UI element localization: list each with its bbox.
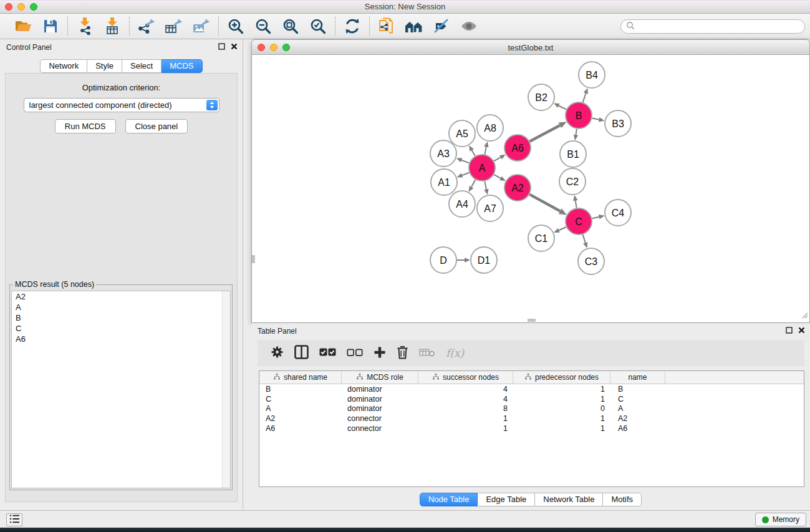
close-panel-button[interactable]: Close panel (125, 119, 188, 133)
toolbar-import-table-button[interactable] (102, 16, 123, 36)
column-header-successor-nodes[interactable]: successor nodes (418, 371, 513, 384)
edge-A-A3[interactable] (461, 160, 469, 163)
table-cell: A6 (610, 424, 665, 433)
node-label: B (576, 110, 582, 121)
toolbar-network-from-selection-button[interactable] (376, 16, 397, 36)
node-label: B1 (567, 149, 579, 160)
select-all-icon (319, 347, 336, 359)
float-table-panel-button[interactable] (786, 327, 793, 334)
edge-B-B4[interactable] (583, 93, 586, 102)
deselect-all-button[interactable] (347, 348, 363, 359)
table-row[interactable]: A6connector11A6 (259, 423, 804, 433)
toolbar-zoom-out-button[interactable] (253, 16, 274, 36)
tab-node-table[interactable]: Node Table (420, 493, 478, 506)
add-column-button[interactable] (374, 346, 386, 360)
vertical-scrollbar-thumb[interactable] (252, 255, 255, 263)
edge-B-B1[interactable] (576, 129, 576, 135)
edge-A-A2[interactable] (494, 175, 501, 178)
table-row[interactable]: Cdominator41C (259, 394, 804, 404)
tab-mcds[interactable]: MCDS (162, 59, 202, 73)
close-panel-icon-button[interactable] (231, 43, 238, 50)
node-label: C4 (612, 208, 625, 218)
table-row[interactable]: Adominator80A (259, 404, 804, 414)
mcds-result-title: MCDS result (5 nodes) (13, 280, 96, 289)
edge-B-B3[interactable] (592, 118, 599, 119)
split-view-button[interactable] (294, 345, 309, 361)
tab-motifs[interactable]: Motifs (603, 493, 642, 506)
zoom-out-icon (255, 18, 272, 35)
result-item[interactable]: C (12, 323, 230, 334)
table-cell: A2 (610, 414, 665, 423)
dropdown-value: largest connected component (directed) (29, 100, 172, 110)
tab-select[interactable]: Select (122, 59, 162, 73)
toolbar-hide-labels-button[interactable] (431, 16, 452, 36)
edge-C-C2[interactable] (576, 201, 577, 208)
settings-button[interactable] (271, 346, 284, 360)
edge-A-A5[interactable] (472, 150, 475, 156)
task-history-button[interactable] (6, 513, 22, 526)
resize-grip-icon[interactable] (801, 310, 808, 321)
node-label: A4 (456, 199, 468, 210)
delete-table-button[interactable] (419, 347, 435, 359)
node-label: C1 (535, 233, 548, 244)
toolbar-save-session-button[interactable] (40, 16, 61, 36)
show-details-icon (460, 19, 478, 33)
table-row[interactable]: Bdominator41B (259, 384, 804, 394)
run-mcds-button[interactable]: Run MCDS (55, 119, 116, 133)
toolbar-zoom-selected-button[interactable] (307, 16, 329, 36)
edge-A6-B[interactable] (529, 125, 560, 142)
network-window-titlebar: testGlobe.txt (251, 39, 810, 55)
edge-B-B2[interactable] (559, 105, 566, 109)
tab-style[interactable]: Style (87, 59, 122, 73)
result-item[interactable]: A2 (12, 291, 230, 302)
column-header-shared-name[interactable]: shared name (259, 371, 342, 384)
control-panel-title: Control Panel (6, 43, 52, 52)
search-input[interactable] (620, 19, 805, 34)
select-all-button[interactable] (319, 347, 336, 359)
toolbar-show-details-button[interactable] (458, 16, 480, 36)
toolbar-zoom-fit-button[interactable] (280, 16, 301, 36)
edge-A-A8[interactable] (485, 147, 486, 154)
edge-A-A1[interactable] (462, 173, 469, 175)
edge-arrow-icon (456, 158, 463, 162)
edge-A2-C[interactable] (529, 195, 560, 211)
function-builder-button[interactable]: f(x) (446, 347, 464, 359)
edge-C-C3[interactable] (583, 235, 586, 243)
column-header-predecessor-nodes[interactable]: predecessor nodes (513, 371, 610, 384)
result-item[interactable]: A (12, 302, 230, 312)
toolbar-zoom-in-button[interactable] (225, 16, 246, 36)
edge-A-A4[interactable] (471, 180, 475, 187)
zoom-in-icon (228, 18, 244, 35)
network-canvas[interactable]: AA1A2A3A4A5A6A7A8BB1B2B3B4CC1C2C3C4DD1 (251, 55, 810, 323)
edge-A-A6[interactable] (494, 157, 501, 161)
result-list-scrollbar[interactable] (222, 291, 230, 488)
toolbar-export-table-button[interactable] (163, 16, 185, 36)
edge-C-C4[interactable] (592, 217, 599, 219)
toolbar-open-session-button[interactable] (12, 16, 34, 36)
memory-button[interactable]: Memory (755, 513, 806, 526)
result-item[interactable]: A6 (12, 334, 230, 344)
network-window-title: testGlobe.txt (252, 43, 809, 52)
column-header-MCDS-role[interactable]: MCDS role (342, 371, 418, 384)
table-row[interactable]: A2connector11A2 (259, 414, 804, 423)
close-table-panel-button[interactable] (798, 327, 805, 334)
edge-C-C1[interactable] (559, 227, 566, 230)
tab-network-table[interactable]: Network Table (535, 493, 603, 506)
optimization-criterion-dropdown[interactable]: largest connected component (directed) (24, 98, 219, 112)
toolbar-export-network-button[interactable] (136, 16, 157, 36)
home-icon (405, 19, 423, 34)
tab-edge-table[interactable]: Edge Table (478, 493, 535, 506)
toolbar-home-button[interactable] (403, 16, 425, 36)
column-header-name[interactable]: name (610, 371, 665, 384)
horizontal-scrollbar-thumb[interactable] (528, 319, 536, 322)
search-icon (626, 21, 635, 32)
result-item[interactable]: B (12, 312, 230, 323)
toolbar-refresh-button[interactable] (342, 16, 363, 36)
delete-column-button[interactable] (397, 346, 408, 361)
toolbar-import-network-button[interactable] (74, 16, 95, 36)
tab-network[interactable]: Network (40, 59, 87, 73)
cytoscape-window: Session: New Session Control Panel Netwo… (0, 0, 810, 528)
edge-A-A7[interactable] (485, 181, 486, 190)
float-panel-button[interactable] (218, 43, 225, 50)
toolbar-export-image-button[interactable] (191, 16, 212, 36)
